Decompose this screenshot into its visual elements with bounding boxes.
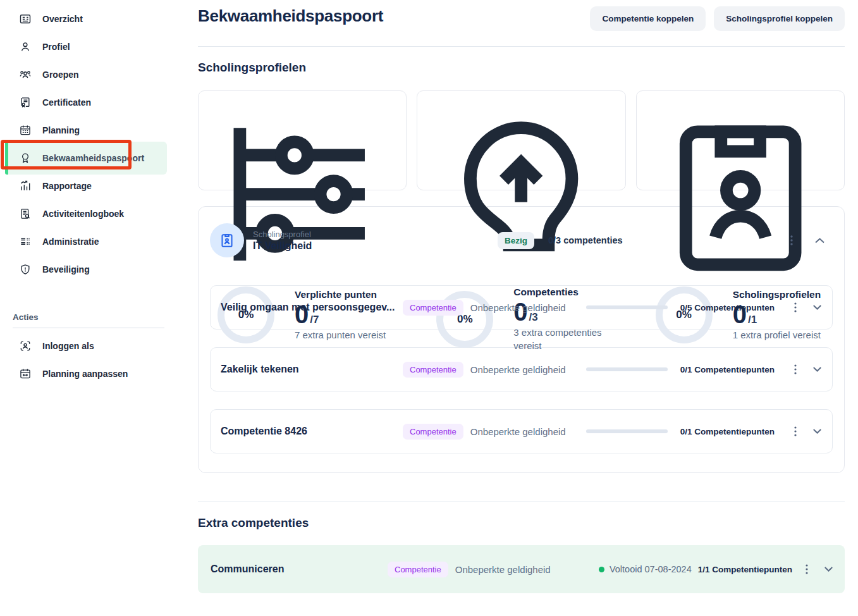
user-icon [19, 40, 32, 53]
extra-competenties-heading: Extra competenties [198, 516, 845, 530]
sidebar-item-planning[interactable]: Planning [0, 116, 177, 144]
chevron-down-icon [812, 366, 822, 373]
admin-list-icon [19, 235, 32, 248]
sidebar-item-label: Groepen [42, 70, 79, 80]
competence-name: Communiceren [211, 564, 388, 575]
chevron-down-icon [812, 428, 822, 434]
sidebar: Overzicht Profiel Groepen Certificaten P [0, 0, 177, 616]
sidebar-item-label: Bekwaamheidspaspoort [42, 153, 144, 163]
profile-progress-text: 0/3 competenties [548, 235, 623, 245]
stat-title: Competenties [513, 286, 615, 298]
app: Overzicht Profiel Groepen Certificaten P [0, 0, 858, 616]
calendar-edit-icon [19, 367, 32, 380]
kebab-menu-button[interactable] [790, 362, 801, 376]
sidebar-item-label: Certificaten [42, 97, 91, 108]
sidebar-item-rapportage[interactable]: Rapportage [0, 172, 177, 200]
shield-icon [19, 263, 32, 276]
kebab-icon [791, 302, 800, 313]
sidebar-item-administratie[interactable]: Administratie [0, 228, 177, 256]
points-progress-bar [586, 367, 668, 371]
sidebar-action-label: Planning aanpassen [42, 369, 128, 379]
profile-type-label: Scholingsprofiel [253, 230, 312, 239]
competentie-badge: Competentie [403, 300, 463, 316]
stat-title: Verplichte punten [295, 289, 386, 300]
collapse-button[interactable] [813, 236, 826, 245]
points-text: 0/5 Competentiepunten [680, 303, 775, 312]
competentie-koppelen-button[interactable]: Competentie koppelen [590, 6, 706, 31]
validity-text: Onbeperkte geldigheid [470, 364, 566, 375]
competence-name: Competentie 8426 [221, 426, 403, 437]
sidebar-item-profiel[interactable]: Profiel [0, 33, 177, 61]
competentie-badge: Competentie [403, 424, 463, 440]
kebab-icon [791, 364, 800, 375]
stat-subtitle: 7 extra punten vereist [295, 329, 386, 342]
sidebar-item-label: Rapportage [42, 181, 92, 191]
clipboard-person-icon [647, 101, 834, 288]
progress-ring: 0% [656, 286, 713, 343]
competence-name: Veilig omgaan met persoonsgegev... [221, 302, 403, 313]
kebab-icon [787, 235, 797, 246]
points-text: 0/1 Competentiepunten [680, 427, 775, 436]
expand-button[interactable] [811, 365, 823, 374]
section-divider [198, 502, 845, 502]
chevron-up-icon [814, 237, 825, 244]
stat-card-verplichte-punten: 0% Verplichte punten 0 /7 7 extra punten… [198, 90, 407, 190]
sidebar-action-planning-aanpassen[interactable]: Planning aanpassen [0, 360, 177, 388]
status-badge: Bezig [498, 232, 534, 249]
competentie-badge: Competentie [388, 562, 448, 577]
points-text: 1/1 Competentiepunten [698, 565, 792, 574]
page-header: Bekwaamheidspaspoort Competentie koppele… [198, 0, 845, 31]
validity-text: Onbeperkte geldigheid [455, 564, 551, 575]
progress-ring: 0% [218, 286, 274, 343]
page-title: Bekwaamheidspaspoort [198, 6, 383, 26]
kebab-menu-button[interactable] [790, 424, 801, 438]
expand-button[interactable] [811, 427, 823, 436]
kebab-menu-button[interactable] [785, 233, 798, 247]
actions-section-label: Acties [13, 312, 164, 328]
expand-button[interactable] [823, 565, 835, 574]
sidebar-action-inloggen-als[interactable]: Inloggen als [0, 332, 177, 360]
competence-row[interactable]: Competentie 8426 Competentie Onbeperkte … [210, 409, 833, 453]
active-item-accent-bar [5, 142, 8, 175]
sidebar-item-label: Administratie [42, 237, 99, 247]
overview-icon [19, 13, 32, 25]
sidebar-item-label: Beveiliging [42, 264, 90, 274]
extra-competence-row[interactable]: Communiceren Competentie Onbeperkte geld… [198, 545, 845, 593]
header-buttons: Competentie koppelen Scholingsprofiel ko… [590, 6, 845, 31]
head-arrow-icon [427, 101, 615, 288]
kebab-menu-button[interactable] [790, 300, 801, 314]
sidebar-item-label: Profiel [42, 42, 70, 52]
expand-button[interactable] [811, 303, 823, 312]
log-search-icon [19, 207, 32, 220]
sidebar-item-certificaten[interactable]: Certificaten [0, 89, 177, 116]
stat-total: /7 [310, 314, 319, 326]
scholingsprofielen-heading: Scholingsprofielen [198, 61, 845, 75]
profile-avatar [210, 223, 244, 257]
sidebar-item-beveiliging[interactable]: Beveiliging [0, 256, 177, 283]
sidebar-item-label: Planning [42, 125, 80, 135]
chevron-down-icon [824, 566, 833, 572]
main-content: Bekwaamheidspaspoort Competentie koppele… [177, 0, 858, 616]
impersonate-user-icon [19, 340, 32, 352]
sidebar-item-groepen[interactable]: Groepen [0, 61, 177, 89]
kebab-icon [791, 426, 800, 437]
kebab-menu-button[interactable] [801, 562, 812, 576]
points-text: 0/1 Competentiepunten [680, 365, 775, 374]
sidebar-item-activiteitenlogboek[interactable]: Activiteitenlogboek [0, 200, 177, 228]
points-progress-bar [586, 305, 668, 309]
competence-row[interactable]: Zakelijk tekenen Competentie Onbeperkte … [210, 347, 833, 391]
stat-title: Scholingsprofielen [733, 289, 821, 300]
users-icon [19, 68, 32, 81]
scholingsprofiel-koppelen-button[interactable]: Scholingsprofiel koppelen [714, 6, 845, 31]
bar-chart-icon [19, 180, 32, 192]
sidebar-item-overzicht[interactable]: Overzicht [0, 5, 177, 33]
competence-name: Zakelijk tekenen [221, 364, 403, 375]
stat-card-scholingsprofielen: 0% Scholingsprofielen 0 /1 1 extra profi… [636, 90, 845, 190]
profile-name: IT Veiligheid [253, 240, 312, 252]
stat-subtitle: 1 extra profiel vereist [733, 329, 821, 342]
validity-text: Onbeperkte geldigheid [470, 426, 566, 437]
certificate-icon [19, 96, 32, 109]
sidebar-item-bekwaamheidspaspoort[interactable]: Bekwaamheidspaspoort [0, 144, 177, 172]
completed-status-dot [599, 567, 604, 572]
completed-status-text: Voltooid 07-08-2024 [610, 564, 692, 574]
